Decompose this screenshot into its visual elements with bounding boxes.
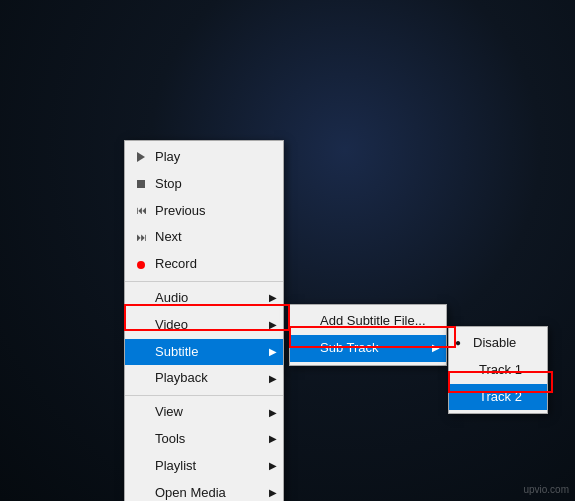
subtrack-item-track1[interactable]: Track 1	[449, 357, 547, 384]
prev-icon: ⏮	[131, 202, 151, 220]
subtrack-item-track2[interactable]: Track 2	[449, 384, 547, 411]
menu-item-playback[interactable]: Playback ▶	[125, 365, 283, 392]
next-icon: ⏭	[131, 229, 151, 247]
separator-2	[125, 395, 283, 396]
menu-item-record[interactable]: Record	[125, 251, 283, 278]
menu-item-next[interactable]: ⏭ Next	[125, 224, 283, 251]
subtitle-arrow: ▶	[269, 344, 277, 360]
menu-item-view[interactable]: View ▶	[125, 399, 283, 426]
disable-label: Disable	[473, 333, 516, 354]
stop-icon	[131, 180, 151, 188]
menu-item-video[interactable]: Video ▶	[125, 312, 283, 339]
tools-label: Tools	[155, 429, 185, 450]
track1-label: Track 1	[479, 360, 522, 381]
menu-item-previous[interactable]: ⏮ Previous	[125, 198, 283, 225]
menu-item-play[interactable]: Play	[125, 144, 283, 171]
video-label: Video	[155, 315, 188, 336]
playlist-arrow: ▶	[269, 458, 277, 474]
submenu-item-add-subtitle[interactable]: Add Subtitle File...	[290, 308, 446, 335]
next-label: Next	[155, 227, 182, 248]
add-subtitle-label: Add Subtitle File...	[320, 311, 426, 332]
open-media-arrow: ▶	[269, 485, 277, 501]
subtrack-submenu: ● Disable Track 1 Track 2	[448, 326, 548, 414]
subtitle-label: Subtitle	[155, 342, 198, 363]
separator-1	[125, 281, 283, 282]
audio-label: Audio	[155, 288, 188, 309]
play-icon	[131, 152, 151, 162]
menu-item-subtitle[interactable]: Subtitle ▶	[125, 339, 283, 366]
watermark: upvio.com	[523, 484, 569, 495]
menu-item-tools[interactable]: Tools ▶	[125, 426, 283, 453]
subtrack-item-disable[interactable]: ● Disable	[449, 330, 547, 357]
audio-arrow: ▶	[269, 290, 277, 306]
submenu-item-sub-track[interactable]: Sub Track ▶	[290, 335, 446, 362]
stop-label: Stop	[155, 174, 182, 195]
view-label: View	[155, 402, 183, 423]
playback-arrow: ▶	[269, 371, 277, 387]
sub-track-arrow: ▶	[432, 340, 440, 356]
menu-item-open-media[interactable]: Open Media ▶	[125, 480, 283, 501]
subtitle-submenu: Add Subtitle File... Sub Track ▶	[289, 304, 447, 366]
menu-item-playlist[interactable]: Playlist ▶	[125, 453, 283, 480]
tools-arrow: ▶	[269, 431, 277, 447]
record-label: Record	[155, 254, 197, 275]
previous-label: Previous	[155, 201, 206, 222]
record-icon	[131, 261, 151, 269]
play-label: Play	[155, 147, 180, 168]
playback-label: Playback	[155, 368, 208, 389]
open-media-label: Open Media	[155, 483, 226, 501]
view-arrow: ▶	[269, 405, 277, 421]
sub-track-label: Sub Track	[320, 338, 379, 359]
disable-dot: ●	[455, 335, 461, 351]
menu-item-stop[interactable]: Stop	[125, 171, 283, 198]
main-context-menu: Play Stop ⏮ Previous ⏭ Next Record Audio…	[124, 140, 284, 501]
video-arrow: ▶	[269, 317, 277, 333]
menu-item-audio[interactable]: Audio ▶	[125, 285, 283, 312]
track2-label: Track 2	[479, 387, 522, 408]
playlist-label: Playlist	[155, 456, 196, 477]
